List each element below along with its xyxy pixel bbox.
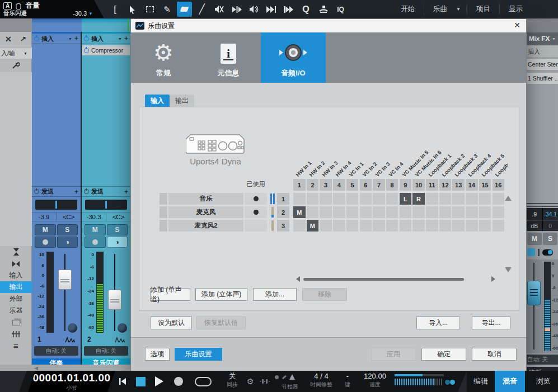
eraser-tool-icon[interactable] (177, 2, 192, 17)
list-menu-icon[interactable]: ≡ (0, 340, 32, 352)
automation-mode-button[interactable]: 自动: 关 (527, 355, 558, 365)
inserts-header[interactable]: 插入 ▼ + (32, 34, 81, 44)
play-from-tool-icon[interactable] (264, 2, 279, 17)
matrix-cell[interactable] (452, 220, 465, 232)
matrix-cell[interactable] (333, 206, 345, 218)
matrix-cell[interactable] (452, 206, 465, 218)
sync-control[interactable]: 关 同步 (223, 372, 242, 389)
solo-button[interactable]: S (57, 224, 78, 235)
mixfx-header[interactable]: Mix FX ▼ (527, 32, 558, 45)
matrix-cell[interactable] (493, 220, 505, 232)
collapse-horizontal-icon[interactable] (0, 258, 32, 270)
loop-button[interactable] (191, 371, 215, 392)
fader-handle[interactable] (58, 270, 72, 290)
play-button[interactable] (151, 371, 167, 392)
matrix-cell[interactable] (426, 220, 438, 232)
wrench-icon[interactable] (11, 62, 20, 72)
key-control[interactable]: - 键 (339, 372, 356, 389)
row-handle[interactable] (160, 220, 167, 232)
monitor-button[interactable]: ◑ (57, 237, 78, 248)
close-icon[interactable]: ✕ (5, 35, 12, 44)
power-icon[interactable] (84, 48, 89, 53)
pan-slider[interactable] (85, 200, 127, 210)
options-button[interactable]: 选项 (145, 348, 170, 361)
matrix-cell[interactable] (320, 206, 332, 218)
import-button[interactable]: 导入... (416, 317, 460, 329)
remove-button[interactable]: 移除 (302, 288, 347, 301)
add-stereo-button[interactable]: 添加 (立体声) (195, 288, 247, 301)
add-mono-button[interactable]: 添加 (单声道) (150, 288, 190, 301)
matrix-cell[interactable] (386, 220, 398, 232)
stereo-toggle[interactable] (542, 249, 553, 256)
q-tool-icon[interactable]: Q (298, 2, 313, 17)
matrix-cell[interactable] (400, 220, 412, 232)
paint-tool-icon[interactable]: ╱ (194, 2, 209, 17)
mute-tool-icon[interactable] (212, 2, 227, 17)
return-to-start-button[interactable] (115, 371, 130, 392)
tempo-control[interactable]: 120.00 速度 (359, 372, 391, 389)
matrix-cell[interactable] (400, 206, 412, 218)
matrix-cell[interactable]: R (412, 193, 425, 205)
stop-button[interactable] (133, 371, 148, 392)
channel-name-cell[interactable]: 音乐 (168, 193, 243, 205)
record-arm-button[interactable] (35, 237, 56, 248)
timesig-control[interactable]: 4 / 4 时间修整 (307, 372, 336, 389)
chevron-down-icon[interactable]: ▼ (118, 37, 122, 41)
matrix-cell[interactable] (493, 206, 505, 218)
chevron-down-icon[interactable]: ▼ (68, 37, 72, 41)
row-handle[interactable] (160, 193, 167, 205)
matrix-cell[interactable] (360, 193, 372, 205)
matrix-cell[interactable] (320, 193, 332, 205)
listen-tool-icon[interactable] (316, 2, 331, 17)
matrix-cell[interactable] (373, 220, 385, 232)
chevron-down-icon[interactable]: ▼ (456, 7, 467, 12)
power-icon[interactable] (34, 36, 39, 41)
scroll-right-icon[interactable] (491, 276, 495, 282)
sends-header[interactable]: 发送 + (82, 186, 130, 197)
position-display[interactable]: 00001.01.01.00 小节 (28, 371, 115, 392)
arrow-tool-icon[interactable] (125, 2, 140, 17)
waveform-icon[interactable] (115, 337, 125, 343)
song-setup-button[interactable]: 乐曲设置 (175, 348, 222, 361)
tab-start[interactable]: 开始 (392, 4, 424, 15)
matrix-cell[interactable] (479, 220, 491, 232)
punch-icon[interactable] (257, 371, 272, 392)
play-through-tool-icon[interactable] (281, 2, 296, 17)
matrix-cell[interactable] (426, 206, 438, 218)
matrix-cell[interactable]: M (307, 220, 319, 232)
automation-mode-button[interactable]: 自动: 关 (34, 346, 78, 356)
gain-value[interactable]: -30.3 (82, 212, 106, 221)
tab-metadata[interactable]: i 元信息 (196, 32, 261, 83)
solo-button[interactable]: S (543, 233, 557, 245)
collapse-vertical-icon[interactable] (0, 246, 32, 258)
matrix-cell[interactable] (493, 193, 505, 205)
matrix-cell[interactable] (346, 193, 359, 205)
matrix-cell[interactable] (386, 193, 398, 205)
channel-color-swatch[interactable] (527, 248, 535, 256)
matrix-cell[interactable] (479, 206, 491, 218)
power-icon[interactable] (84, 189, 89, 194)
fader-handle[interactable] (108, 290, 121, 310)
record-button[interactable] (171, 371, 186, 392)
speaker-tool-icon[interactable] (246, 2, 261, 17)
matrix-cell[interactable] (360, 206, 372, 218)
matrix-horizontal-scrollbar[interactable] (296, 276, 498, 282)
automation-mode-button[interactable]: 自动: 关 (84, 346, 128, 356)
tab-project[interactable]: 项目 (467, 4, 499, 15)
monitor-button[interactable]: ◑ (107, 237, 128, 248)
sidebar-item-instruments[interactable]: 乐器 (0, 305, 32, 317)
tab-edit[interactable]: 编辑 (468, 371, 494, 392)
scroll-left-icon[interactable] (296, 276, 300, 282)
insert-plugin-item[interactable]: 1 Shuffler .. (527, 73, 558, 84)
matrix-cell[interactable]: L (400, 193, 412, 205)
matrix-cell[interactable] (452, 193, 465, 205)
add-button[interactable]: 添加... (253, 288, 297, 301)
add-send-icon[interactable]: + (74, 188, 78, 196)
tab-outputs[interactable]: 输出 (170, 95, 194, 107)
mute-button[interactable]: M (527, 233, 542, 245)
banks-icon[interactable] (0, 317, 32, 328)
monitor-button[interactable]: 监听 (527, 367, 558, 371)
range-tool-icon[interactable] (142, 2, 157, 17)
iq-panel-icon[interactable]: IQ (333, 2, 348, 17)
matrix-cell[interactable] (466, 206, 478, 218)
